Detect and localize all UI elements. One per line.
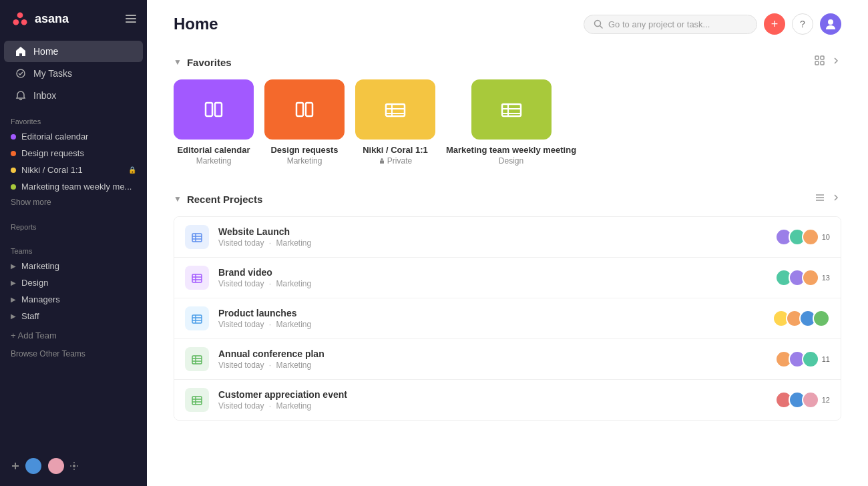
footer-avatar-2: [47, 457, 65, 475]
footer-avatar-1: [24, 457, 43, 475]
marketing-weekly-card-icon: [471, 79, 552, 140]
product-project-icon: [185, 306, 209, 330]
main-content-area: Home Go to any project or task... + ? ▼ …: [147, 0, 868, 486]
svg-point-2: [21, 19, 27, 25]
team-staff[interactable]: ▶ Staff: [4, 308, 143, 324]
customer-project-meta: Visited today · Marketing: [218, 401, 775, 411]
recent-projects-list-view-button[interactable]: [815, 192, 825, 206]
recent-projects-section: ▼ Recent Projects: [174, 192, 841, 421]
svg-rect-14: [815, 56, 819, 59]
project-row-annual[interactable]: Annual conference plan Visited today · M…: [174, 339, 841, 380]
team-design[interactable]: ▶ Design: [4, 274, 143, 291]
brand-project-name: Brand video: [218, 267, 775, 278]
product-project-avatars: [773, 310, 830, 327]
user-avatar[interactable]: [820, 13, 841, 35]
svg-rect-27: [502, 104, 521, 116]
recent-projects-chevron-icon[interactable]: ▼: [174, 194, 182, 204]
svg-rect-42: [192, 315, 202, 323]
favorites-section-title: Favorites: [0, 109, 147, 128]
teams-list: ▶ Marketing ▶ Design ▶ Managers ▶ Staff: [0, 258, 147, 324]
home-icon: [15, 45, 27, 57]
search-icon: [594, 19, 603, 29]
nikki-card-icon: [355, 79, 435, 140]
favorite-item-editorial[interactable]: Editorial calendar: [4, 128, 143, 145]
website-project-meta: Visited today · Marketing: [218, 238, 775, 248]
favorite-dot: [11, 134, 16, 140]
svg-point-1: [13, 19, 19, 25]
customer-project-info: Customer appreciation event Visited toda…: [218, 389, 775, 411]
nav-home[interactable]: Home: [4, 41, 143, 62]
hamburger-icon[interactable]: [126, 15, 136, 23]
editorial-card-team: Marketing: [196, 156, 232, 166]
project-row-website[interactable]: Website Launch Visited today · Marketing…: [174, 217, 841, 258]
annual-project-avatars: 11: [775, 350, 830, 368]
favorites-chevron-icon[interactable]: ▼: [174, 57, 182, 67]
project-row-brand[interactable]: Brand video Visited today · Marketing 13: [174, 258, 841, 298]
svg-rect-19: [215, 103, 222, 116]
project-row-customer[interactable]: Customer appreciation event Visited toda…: [174, 380, 841, 420]
product-project-meta: Visited today · Marketing: [218, 320, 773, 329]
svg-point-0: [17, 12, 23, 18]
svg-point-6: [73, 465, 75, 467]
favorite-card-nikki[interactable]: Nikki / Coral 1:1 Private: [355, 79, 435, 166]
avatar: [813, 310, 830, 327]
avatar: [802, 269, 819, 286]
chevron-right-icon: ▶: [11, 262, 16, 270]
lock-icon: 🔒: [128, 166, 136, 174]
product-project-info: Product launches Visited today · Marketi…: [218, 308, 773, 329]
recent-projects-expand-button[interactable]: [831, 192, 841, 206]
nav-inbox[interactable]: Inbox: [4, 85, 143, 106]
favorites-section: ▼ Favorites Edit: [174, 55, 841, 166]
sidebar-nav: Home My Tasks Inbox: [0, 37, 147, 109]
favorite-item-design[interactable]: Design requests: [4, 145, 143, 162]
brand-project-info: Brand video Visited today · Marketing: [218, 267, 775, 288]
avatar-count: 11: [822, 355, 830, 363]
avatar: [802, 350, 819, 368]
search-bar[interactable]: Go to any project or task...: [584, 15, 757, 34]
favorites-expand-button[interactable]: [831, 55, 841, 69]
add-button[interactable]: +: [764, 13, 785, 35]
avatar-count: 10: [822, 233, 830, 241]
search-placeholder: Go to any project or task...: [608, 19, 710, 29]
asana-logo[interactable]: asana: [11, 9, 69, 28]
favorite-card-editorial[interactable]: Editorial calendar Marketing: [174, 79, 254, 166]
plus-icon: [11, 461, 20, 471]
browse-other-teams[interactable]: Browse Other Teams: [0, 344, 147, 364]
bell-icon: [15, 89, 27, 101]
svg-rect-34: [192, 234, 202, 242]
svg-rect-38: [192, 274, 202, 282]
svg-line-12: [600, 26, 603, 29]
chevron-right-icon: ▶: [11, 296, 16, 303]
website-project-name: Website Launch: [218, 226, 775, 237]
avatar: [802, 228, 819, 246]
help-button[interactable]: ?: [792, 13, 813, 35]
check-circle-icon: [15, 67, 27, 79]
svg-rect-17: [821, 61, 824, 65]
favorite-dot: [11, 151, 16, 156]
recent-projects-actions: [815, 192, 841, 206]
svg-rect-20: [296, 103, 303, 116]
design-card-team: Marketing: [287, 156, 322, 166]
favorite-item-marketing[interactable]: Marketing team weekly me...: [4, 178, 143, 195]
favorites-grid-view-button[interactable]: [815, 55, 825, 69]
svg-point-13: [828, 19, 833, 25]
sidebar: asana Home My Tasks Inbox Favorites: [0, 0, 147, 486]
svg-rect-46: [192, 356, 202, 364]
customer-project-name: Customer appreciation event: [218, 389, 775, 400]
nav-my-tasks[interactable]: My Tasks: [4, 63, 143, 84]
product-project-name: Product launches: [218, 308, 773, 318]
brand-project-icon: [185, 266, 209, 290]
project-row-product[interactable]: Product launches Visited today · Marketi…: [174, 298, 841, 339]
favorite-card-design[interactable]: Design requests Marketing: [264, 79, 345, 166]
favorite-item-nikki[interactable]: Nikki / Coral 1:1 🔒: [4, 162, 143, 178]
website-project-avatars: 10: [775, 228, 830, 246]
favorite-card-marketing-weekly[interactable]: Marketing team weekly meeting Design: [446, 79, 576, 166]
favorite-dot: [11, 184, 16, 190]
brand-project-avatars: 13: [775, 269, 830, 286]
annual-project-name: Annual conference plan: [218, 348, 775, 359]
add-team-button[interactable]: + Add Team: [0, 327, 147, 344]
show-more-button[interactable]: Show more: [0, 195, 147, 210]
favorites-grid: Editorial calendar Marketing Design requ…: [174, 79, 841, 166]
team-marketing[interactable]: ▶ Marketing: [4, 258, 143, 274]
team-managers[interactable]: ▶ Managers: [4, 291, 143, 308]
